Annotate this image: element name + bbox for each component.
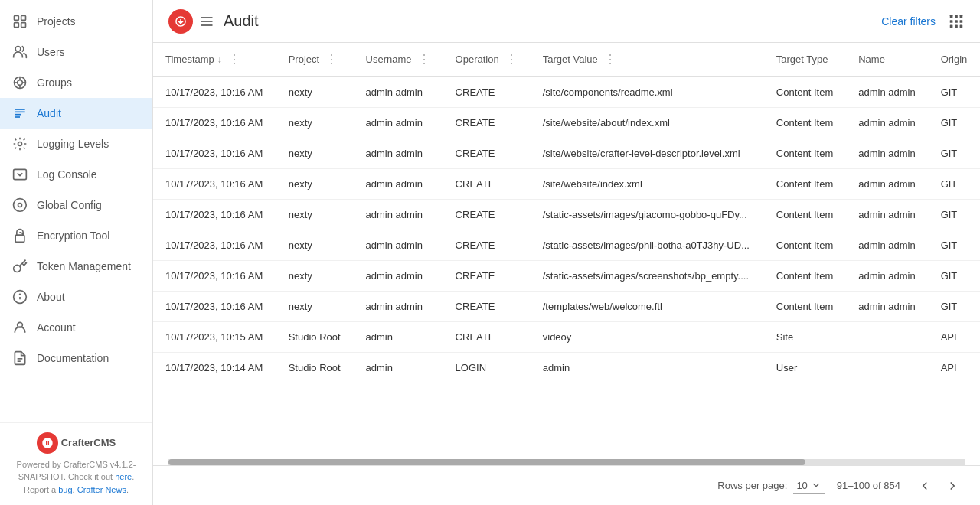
log-console-icon bbox=[12, 167, 28, 182]
users-icon bbox=[12, 44, 28, 60]
next-page-button[interactable] bbox=[940, 474, 965, 498]
table-row[interactable]: 10/17/2023, 10:14 AMStudio RootadminLOGI… bbox=[153, 353, 980, 383]
sidebar-item-global-config[interactable]: Global Config bbox=[0, 190, 152, 220]
table-cell-5: Content Item bbox=[764, 169, 846, 200]
sidebar-item-encryption-tool[interactable]: Encryption Tool bbox=[0, 220, 152, 251]
table-row[interactable]: 10/17/2023, 10:16 AMnextyadmin adminCREA… bbox=[153, 169, 980, 200]
table-cell-6 bbox=[846, 353, 928, 383]
table-cell-3: CREATE bbox=[443, 200, 531, 230]
sidebar-item-groups[interactable]: Groups bbox=[0, 67, 152, 98]
table-cell-0: 10/17/2023, 10:16 AM bbox=[153, 77, 276, 108]
sidebar-item-audit[interactable]: Audit bbox=[0, 98, 152, 129]
col-menu-project[interactable]: ⋮ bbox=[325, 52, 338, 67]
col-menu-operation[interactable]: ⋮ bbox=[505, 52, 518, 67]
table-row[interactable]: 10/17/2023, 10:16 AMnextyadmin adminCREA… bbox=[153, 261, 980, 292]
table-row[interactable]: 10/17/2023, 10:16 AMnextyadmin adminCREA… bbox=[153, 108, 980, 138]
col-label-timestamp: Timestamp bbox=[165, 54, 214, 65]
sidebar-item-label: Global Config bbox=[37, 199, 102, 211]
table-cell-0: 10/17/2023, 10:16 AM bbox=[153, 108, 276, 138]
table-row[interactable]: 10/17/2023, 10:16 AMnextyadmin adminCREA… bbox=[153, 138, 980, 169]
table-row[interactable]: 10/17/2023, 10:15 AMStudio RootadminCREA… bbox=[153, 322, 980, 353]
table-cell-4: videoy bbox=[531, 322, 764, 353]
table-row[interactable]: 10/17/2023, 10:16 AMnextyadmin adminCREA… bbox=[153, 230, 980, 261]
header-actions: Clear filters bbox=[881, 13, 965, 30]
col-menu-username[interactable]: ⋮ bbox=[418, 52, 430, 67]
groups-icon bbox=[12, 75, 28, 90]
table-cell-5: Content Item bbox=[764, 77, 846, 108]
footer-here-link[interactable]: here bbox=[115, 472, 132, 481]
sidebar-item-account[interactable]: Account bbox=[0, 312, 152, 343]
table-cell-2: admin bbox=[354, 322, 443, 353]
table-row[interactable]: 10/17/2023, 10:16 AMnextyadmin adminCREA… bbox=[153, 292, 980, 322]
table-cell-4: /site/website/crafter-level-descriptor.l… bbox=[531, 138, 764, 169]
table-row[interactable]: 10/17/2023, 10:16 AMnextyadmin adminCREA… bbox=[153, 77, 980, 108]
col-header-timestamp[interactable]: Timestamp ↓ ⋮ bbox=[153, 43, 276, 77]
col-header-operation[interactable]: Operation ⋮ bbox=[443, 43, 531, 77]
col-menu-timestamp[interactable]: ⋮ bbox=[228, 52, 240, 67]
header-menu-icon[interactable] bbox=[199, 14, 214, 29]
horizontal-scrollbar-thumb[interactable] bbox=[168, 459, 805, 465]
table-cell-7: API bbox=[929, 353, 980, 383]
horizontal-scrollbar-area bbox=[153, 459, 980, 465]
footer-bug-link[interactable]: bug bbox=[58, 485, 72, 494]
audit-table-container: Timestamp ↓ ⋮ Project ⋮ Username bbox=[153, 43, 980, 459]
col-header-origin: Origin bbox=[929, 43, 980, 77]
col-label-origin: Origin bbox=[941, 54, 968, 65]
col-header-name: Name bbox=[846, 43, 928, 77]
col-menu-target-value[interactable]: ⋮ bbox=[604, 52, 616, 67]
prev-page-button[interactable] bbox=[913, 474, 937, 498]
sidebar-item-users[interactable]: Users bbox=[0, 37, 152, 67]
sidebar-item-label: Audit bbox=[37, 107, 61, 119]
sort-icon-timestamp[interactable]: ↓ bbox=[217, 54, 222, 65]
col-label-name: Name bbox=[858, 54, 885, 65]
table-cell-6: admin admin bbox=[846, 292, 928, 322]
horizontal-scrollbar[interactable] bbox=[168, 459, 965, 465]
docs-icon bbox=[12, 350, 28, 366]
table-cell-1: nexty bbox=[276, 200, 354, 230]
table-row[interactable]: 10/17/2023, 10:16 AMnextyadmin adminCREA… bbox=[153, 200, 980, 230]
sidebar-item-projects[interactable]: Projects bbox=[0, 6, 152, 37]
table-cell-3: CREATE bbox=[443, 108, 531, 138]
svg-rect-0 bbox=[15, 16, 19, 21]
svg-rect-33 bbox=[960, 20, 963, 23]
sidebar-item-label: Projects bbox=[37, 15, 76, 28]
rows-per-page-label: Rows per page: bbox=[717, 480, 787, 491]
col-label-operation: Operation bbox=[456, 54, 499, 65]
clear-filters-button[interactable]: Clear filters bbox=[881, 15, 936, 28]
footer-text: Powered by CrafterCMS v4.1.2-SNAPSHOT. C… bbox=[12, 458, 140, 497]
header: Audit Clear filters bbox=[153, 0, 980, 43]
table-cell-0: 10/17/2023, 10:16 AM bbox=[153, 261, 276, 292]
crafter-logo: CrafterCMS bbox=[12, 432, 140, 454]
apps-grid-icon[interactable] bbox=[948, 13, 965, 30]
col-header-target-value[interactable]: Target Value ⋮ bbox=[531, 43, 764, 77]
global-config-icon bbox=[12, 197, 28, 213]
sidebar-item-documentation[interactable]: Documentation bbox=[0, 343, 152, 373]
page-title: Audit bbox=[224, 12, 881, 30]
sidebar-item-logging-levels[interactable]: Logging Levels bbox=[0, 129, 152, 159]
rows-per-page-select[interactable]: 10 bbox=[793, 478, 824, 494]
table-cell-5: Content Item bbox=[764, 200, 846, 230]
sidebar-item-label: About bbox=[37, 291, 65, 303]
table-cell-4: /static-assets/images/screenshots/bp_emp… bbox=[531, 261, 764, 292]
col-header-project[interactable]: Project ⋮ bbox=[276, 43, 354, 77]
sidebar-item-about[interactable]: About bbox=[0, 282, 152, 312]
sidebar-item-log-console[interactable]: Log Console bbox=[0, 159, 152, 190]
sidebar: Projects Users Groups bbox=[0, 0, 153, 505]
table-cell-1: Studio Root bbox=[276, 353, 354, 383]
footer-crafter-news-link[interactable]: Crafter News bbox=[77, 485, 126, 494]
table-cell-2: admin admin bbox=[354, 230, 443, 261]
table-cell-6: admin admin bbox=[846, 230, 928, 261]
col-header-username[interactable]: Username ⋮ bbox=[354, 43, 443, 77]
pagination-controls bbox=[913, 474, 965, 498]
table-cell-2: admin admin bbox=[354, 261, 443, 292]
svg-rect-29 bbox=[955, 15, 958, 18]
logging-icon bbox=[12, 136, 28, 152]
col-label-project: Project bbox=[289, 54, 319, 65]
table-cell-5: Content Item bbox=[764, 138, 846, 169]
table-cell-2: admin admin bbox=[354, 292, 443, 322]
table-cell-6: admin admin bbox=[846, 108, 928, 138]
table-cell-5: Content Item bbox=[764, 108, 846, 138]
table-cell-2: admin admin bbox=[354, 200, 443, 230]
sidebar-item-token-management[interactable]: Token Management bbox=[0, 251, 152, 282]
crafter-brand-name: CrafterCMS bbox=[61, 437, 116, 448]
